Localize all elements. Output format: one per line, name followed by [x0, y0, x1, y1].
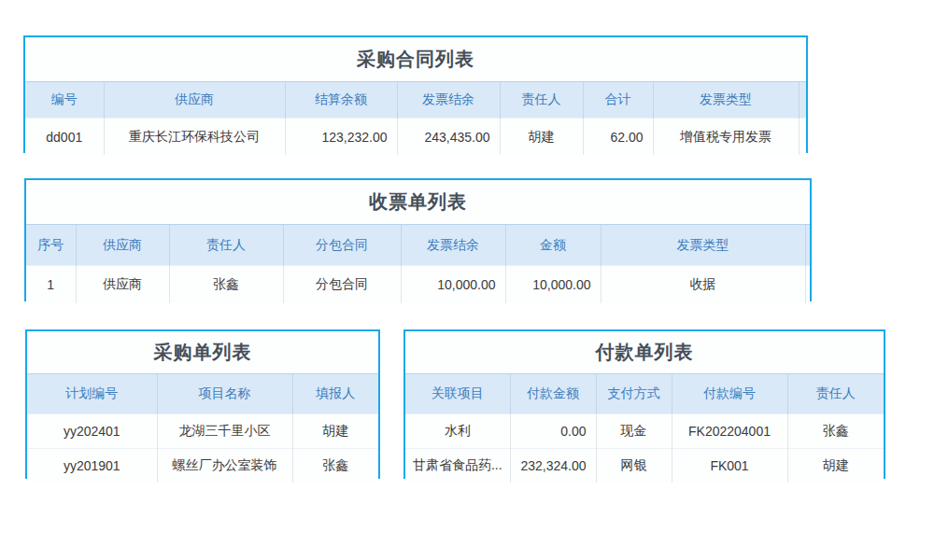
payment-table: 关联项目 付款金额 支付方式 付款编号 责任人 水利 0.00 现金 FK202… [405, 373, 884, 483]
col-header: 付款编号 [672, 374, 787, 414]
table-cell: 张鑫 [292, 449, 378, 483]
col-header: 编号 [25, 82, 104, 119]
table-cell: 增值税专用发票 [653, 119, 799, 156]
table-row: dd001 重庆长江环保科技公司 123,232.00 243,435.00 胡… [25, 119, 806, 156]
table-cell: 胡建 [500, 119, 583, 156]
table-cell: 张鑫 [787, 414, 884, 449]
col-header: 发票类型 [653, 82, 799, 119]
table-cell: 水利 [405, 414, 510, 449]
col-header: 支付方式 [596, 374, 672, 414]
table-cell: 现金 [596, 414, 672, 449]
table-row: 甘肃省食品药... 232,324.00 网银 FK001 胡建 [405, 449, 884, 483]
col-header: 分包合同 [283, 225, 401, 266]
table-cell: 10,000.00 [505, 266, 601, 304]
col-header: 金额 [505, 225, 601, 266]
col-header: 项目名称 [157, 374, 292, 414]
table-cell: 重庆长江环保科技公司 [104, 119, 285, 156]
spacer-col [805, 266, 810, 304]
col-header: 发票类型 [601, 225, 805, 266]
col-header: 发票结余 [401, 225, 505, 266]
header-row: 计划编号 项目名称 填报人 [27, 374, 378, 414]
payment-panel: 付款单列表 关联项目 付款金额 支付方式 付款编号 责任人 水利 0.00 现金 [403, 329, 885, 479]
col-header: 结算余额 [285, 82, 397, 119]
table-cell: 123,232.00 [285, 119, 397, 156]
table-cell: 网银 [596, 449, 672, 483]
spacer-col [799, 119, 806, 156]
table-cell: 胡建 [292, 414, 378, 449]
table-cell: FK202204001 [672, 414, 787, 449]
table-cell: 10,000.00 [401, 266, 505, 304]
spacer-col [799, 82, 806, 119]
receipt-table: 序号 供应商 责任人 分包合同 发票结余 金额 发票类型 1 供应商 张鑫 分包… [26, 224, 810, 303]
purchase-contract-title: 采购合同列表 [25, 37, 806, 81]
purchase-order-panel: 采购单列表 计划编号 项目名称 填报人 yy202401 龙湖三千里小区 胡建 [25, 329, 380, 479]
table-row: 水利 0.00 现金 FK202204001 张鑫 [405, 414, 884, 449]
purchase-contract-panel: 采购合同列表 编号 供应商 结算余额 发票结余 责任人 合计 发票类型 [23, 35, 808, 153]
table-cell: dd001 [25, 119, 104, 156]
table-cell: 甘肃省食品药... [405, 449, 510, 483]
col-header: 责任人 [169, 225, 283, 266]
table-cell: yy202401 [27, 414, 157, 449]
col-header: 计划编号 [27, 374, 157, 414]
table-cell: 1 [26, 266, 76, 304]
col-header: 序号 [26, 225, 76, 266]
table-cell: yy201901 [27, 449, 157, 483]
col-header: 供应商 [104, 82, 285, 119]
table-row: yy202401 龙湖三千里小区 胡建 [27, 414, 378, 449]
purchase-contract-table: 编号 供应商 结算余额 发票结余 责任人 合计 发票类型 dd001 重庆长江环… [25, 81, 806, 155]
table-cell: 胡建 [787, 449, 884, 483]
col-header: 供应商 [76, 225, 169, 266]
col-header: 合计 [583, 82, 653, 119]
table-cell: 收据 [601, 266, 805, 304]
col-header: 付款金额 [510, 374, 596, 414]
table-cell: 0.00 [510, 414, 596, 449]
payment-title: 付款单列表 [405, 331, 884, 373]
col-header: 责任人 [787, 374, 884, 414]
col-header: 责任人 [500, 82, 583, 119]
table-cell: FK001 [672, 449, 787, 483]
header-row: 序号 供应商 责任人 分包合同 发票结余 金额 发票类型 [26, 225, 810, 266]
table-cell: 螺丝厂办公室装饰 [157, 449, 292, 483]
receipt-title: 收票单列表 [26, 180, 810, 224]
table-row: 1 供应商 张鑫 分包合同 10,000.00 10,000.00 收据 [26, 266, 810, 304]
col-header: 发票结余 [397, 82, 500, 119]
purchase-order-title: 采购单列表 [27, 331, 378, 373]
header-row: 编号 供应商 结算余额 发票结余 责任人 合计 发票类型 [25, 82, 806, 119]
table-cell: 供应商 [76, 266, 169, 304]
spacer-col [805, 225, 810, 266]
table-row: yy201901 螺丝厂办公室装饰 张鑫 [27, 449, 378, 483]
table-cell: 张鑫 [169, 266, 283, 304]
table-cell: 分包合同 [283, 266, 401, 304]
table-cell: 龙湖三千里小区 [157, 414, 292, 449]
col-header: 关联项目 [405, 374, 510, 414]
purchase-order-table: 计划编号 项目名称 填报人 yy202401 龙湖三千里小区 胡建 yy2019… [27, 373, 378, 483]
table-cell: 62.00 [583, 119, 653, 156]
col-header: 填报人 [292, 374, 378, 414]
receipt-panel: 收票单列表 序号 供应商 责任人 分包合同 发票结余 金额 发票类型 [24, 178, 812, 301]
table-cell: 232,324.00 [510, 449, 596, 483]
header-row: 关联项目 付款金额 支付方式 付款编号 责任人 [405, 374, 884, 414]
table-cell: 243,435.00 [397, 119, 500, 156]
report-dashboard: 采购合同列表 编号 供应商 结算余额 发票结余 责任人 合计 发票类型 [0, 0, 934, 560]
